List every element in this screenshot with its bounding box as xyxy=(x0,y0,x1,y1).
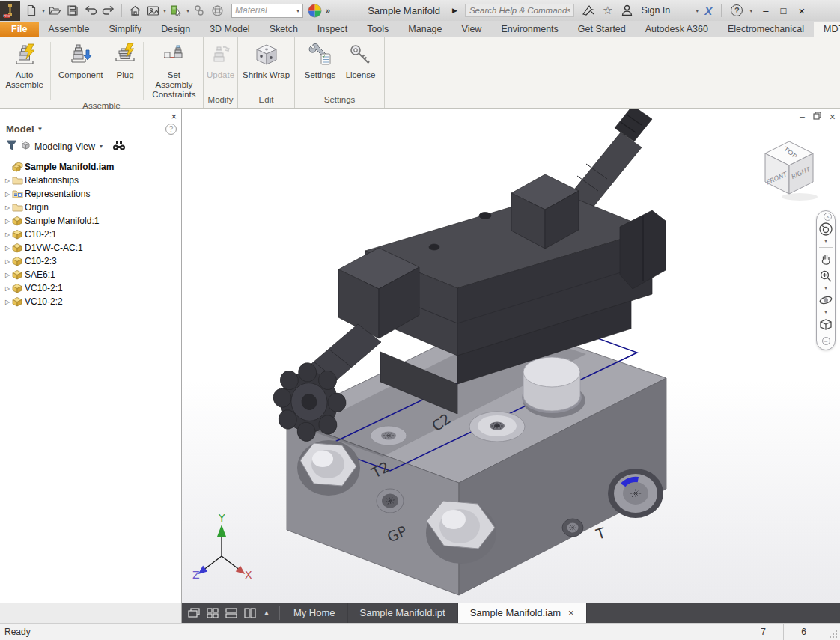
tab-manage[interactable]: Manage xyxy=(398,22,451,37)
tab-view[interactable]: View xyxy=(452,22,492,37)
orbit-caret-icon[interactable]: ▼ xyxy=(824,310,829,314)
tile-horizontal-icon[interactable] xyxy=(225,608,237,618)
tab-design[interactable]: Design xyxy=(151,22,200,37)
orbit-icon[interactable] xyxy=(818,293,833,308)
expand-arrow-icon[interactable]: ▷ xyxy=(3,272,12,278)
community-icon[interactable] xyxy=(580,2,597,19)
help-caret-icon[interactable]: ▾ xyxy=(749,7,752,14)
user-icon[interactable] xyxy=(618,2,635,19)
zoom-caret-icon[interactable]: ▼ xyxy=(824,286,829,290)
tile-vertical-icon[interactable] xyxy=(244,608,256,618)
tab-tools[interactable]: Tools xyxy=(357,22,398,37)
expand-arrow-icon[interactable]: ▷ xyxy=(3,204,12,211)
group-label-edit[interactable]: Edit xyxy=(238,95,294,108)
image-render-caret-icon[interactable]: ▾ xyxy=(163,7,166,14)
tab-autodesk-a360[interactable]: Autodesk A360 xyxy=(636,22,718,37)
home-button[interactable] xyxy=(127,2,143,19)
tree-item-origin[interactable]: ▷ Origin xyxy=(3,201,181,214)
redo-button[interactable] xyxy=(100,2,117,19)
expand-arrow-icon[interactable]: ▷ xyxy=(3,177,12,184)
tab-sketch[interactable]: Sketch xyxy=(260,22,308,37)
tab-get-started[interactable]: Get Started xyxy=(568,22,636,37)
inventor-logo-icon[interactable]: PRO xyxy=(0,1,20,21)
tab-close-icon[interactable]: × xyxy=(568,607,574,618)
view-mode-cube-icon[interactable] xyxy=(21,141,31,153)
look-at-icon[interactable] xyxy=(818,317,833,332)
filter-funnel-icon[interactable] xyxy=(6,140,17,153)
open-button[interactable] xyxy=(46,2,63,19)
doc-tab-sample-manifold-ipt[interactable]: Sample Manifold.ipt xyxy=(348,603,458,623)
expand-arrow-icon[interactable]: ▷ xyxy=(3,191,12,198)
expand-arrow-icon[interactable]: ▷ xyxy=(3,218,12,225)
tile-windows-icon[interactable] xyxy=(207,608,219,618)
navbar-close-icon[interactable]: × xyxy=(824,213,832,221)
tab-simplify[interactable]: Simplify xyxy=(99,22,151,37)
manifold-3d-model[interactable]: C2 T2 GP T xyxy=(182,109,840,603)
view-mode-label[interactable]: Modeling View xyxy=(34,141,95,152)
cascade-windows-icon[interactable] xyxy=(188,608,200,618)
tree-item-part[interactable]: ▷ SAE6:1 xyxy=(3,268,181,281)
browser-close-icon[interactable]: × xyxy=(171,111,177,122)
component-button[interactable]: Component xyxy=(52,40,109,82)
help-icon[interactable]: ? xyxy=(731,4,743,16)
expand-arrow-icon[interactable]: ▷ xyxy=(3,258,12,265)
auto-assemble-button[interactable]: Auto Assemble xyxy=(0,40,49,91)
expand-arrow-icon[interactable]: ▷ xyxy=(3,245,12,252)
graphics-viewport[interactable]: – × xyxy=(182,109,840,603)
browser-panel-title[interactable]: Model xyxy=(6,124,34,135)
collapse-tab-bar-icon[interactable]: ▲ xyxy=(263,609,270,617)
material-browser-button[interactable] xyxy=(209,2,225,19)
settings-button[interactable]: Settings xyxy=(299,40,341,82)
close-button[interactable]: × xyxy=(798,5,805,16)
new-file-button[interactable] xyxy=(23,2,40,19)
tab-3d-model[interactable]: 3D Model xyxy=(200,22,260,37)
tab-file[interactable]: File xyxy=(0,22,39,37)
doc-restore-icon[interactable] xyxy=(813,112,821,122)
resize-grip[interactable] xyxy=(824,624,840,640)
tree-item-part[interactable]: ▷ Sample Manifold:1 xyxy=(3,214,181,228)
minimize-button[interactable]: – xyxy=(763,6,768,16)
undo-button[interactable] xyxy=(82,2,99,19)
plug-button[interactable]: Plug xyxy=(109,40,141,82)
image-render-button[interactable] xyxy=(144,2,161,19)
browser-title-caret-icon[interactable]: ▼ xyxy=(37,126,43,132)
shrink-wrap-button[interactable]: Shrink Wrap xyxy=(240,40,293,82)
browser-help-icon[interactable]: ? xyxy=(165,124,177,135)
viewcube[interactable]: TOP FRONT RIGHT xyxy=(756,134,822,206)
doc-tab-sample-manifold-iam[interactable]: Sample Manifold.iam × xyxy=(458,603,587,623)
find-binoculars-icon[interactable] xyxy=(112,141,126,153)
tree-item-part[interactable]: ▷ D1VW-C-AC:1 xyxy=(3,241,181,255)
tree-item-root[interactable]: Sample Manifold.iam xyxy=(3,160,181,174)
tree-item-relationships[interactable]: ▷ Relationships xyxy=(3,174,181,187)
tab-inspect[interactable]: Inspect xyxy=(308,22,357,37)
tree-item-part[interactable]: ▷ C10-2:1 xyxy=(3,228,181,241)
maximize-button[interactable]: □ xyxy=(781,6,787,16)
exchange-apps-icon[interactable]: X xyxy=(704,4,712,17)
license-button[interactable]: License xyxy=(341,40,380,82)
expand-arrow-icon[interactable]: ▷ xyxy=(3,231,12,238)
appearance-wheel-icon[interactable] xyxy=(306,2,323,19)
toolbar-overflow-icon[interactable]: » xyxy=(326,6,329,15)
tab-assemble[interactable]: Assemble xyxy=(39,22,100,37)
new-file-caret-icon[interactable]: ▾ xyxy=(42,7,45,14)
expand-arrow-icon[interactable]: ▷ xyxy=(3,285,12,292)
tab-electromechanical[interactable]: Electromechanical xyxy=(718,22,814,37)
expand-arrow-icon[interactable]: ▷ xyxy=(3,299,12,305)
select-caret-icon[interactable]: ▾ xyxy=(186,7,189,14)
pan-hand-icon[interactable] xyxy=(818,252,833,266)
zoom-icon[interactable] xyxy=(818,269,833,284)
material-dropdown[interactable]: Material ▾ xyxy=(231,4,303,18)
view-mode-caret-icon[interactable]: ▾ xyxy=(100,143,103,150)
navbar-minimize-icon[interactable]: – xyxy=(822,337,830,345)
doc-close-icon[interactable]: × xyxy=(830,111,836,123)
sign-in-caret-icon[interactable]: ▾ xyxy=(696,7,699,14)
save-button[interactable] xyxy=(64,2,81,19)
navigation-wheel-icon[interactable] xyxy=(818,222,833,237)
doc-tab-my-home[interactable]: My Home xyxy=(281,603,348,623)
group-label-modify[interactable]: Modify xyxy=(204,95,237,108)
set-assembly-constraints-button[interactable]: Set Assembly Constraints xyxy=(145,40,203,101)
sign-in-label[interactable]: Sign In xyxy=(641,5,670,16)
select-button[interactable] xyxy=(168,2,184,19)
tab-mdtools-775[interactable]: MDTools 775 xyxy=(814,22,840,37)
group-label-settings[interactable]: Settings xyxy=(295,95,384,108)
